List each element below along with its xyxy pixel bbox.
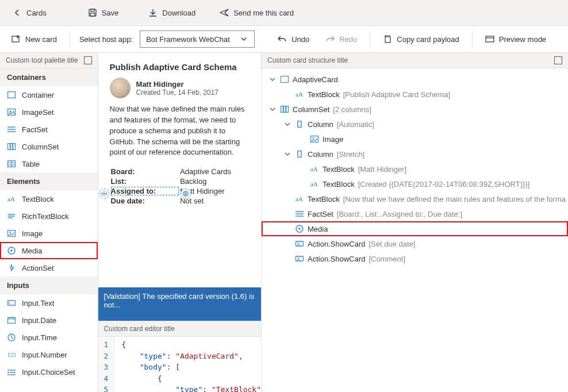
tree-node-textblock[interactable]: aA TextBlock [Now that we have defined t…: [262, 191, 568, 206]
action-icon: A: [295, 254, 304, 263]
separator: [70, 31, 70, 47]
palette-item-actionset[interactable]: ActionSet: [0, 259, 98, 276]
fact-row[interactable]: Board:Adaptive Cards: [111, 167, 248, 176]
new-card-label: New card: [25, 35, 57, 44]
copy-payload-button[interactable]: Copy card payload: [377, 31, 465, 47]
palette-item-table[interactable]: Table: [0, 155, 98, 172]
palette-item-container[interactable]: Container: [0, 86, 98, 103]
tree-node-label: TextBlock: [323, 180, 355, 189]
tree-node-textblock[interactable]: aA TextBlock [Created {{DATE(2017-02-14T…: [262, 176, 568, 191]
media-icon: [7, 246, 16, 255]
tree-node-textblock[interactable]: aA TextBlock [Publish Adaptive Card Sche…: [262, 87, 568, 102]
twisty-icon[interactable]: [283, 150, 291, 158]
factset-icon: [7, 125, 16, 134]
palette-item-columnset[interactable]: ColumnSet: [0, 138, 98, 155]
svg-rect-43: [281, 106, 283, 113]
palette-item-label: Container: [22, 91, 54, 99]
fact-set: Board:Adaptive CardsList:BacklogAssigned…: [110, 166, 250, 206]
main: Custom tool palette title ContainersCont…: [0, 53, 568, 392]
tree-node-label: ColumnSet: [293, 105, 329, 114]
save-button[interactable]: Save: [81, 5, 126, 21]
twisty-icon: [283, 255, 291, 263]
fact-row[interactable]: List:Backlog: [111, 177, 248, 186]
undo-button[interactable]: Undo: [272, 31, 315, 47]
json-editor[interactable]: 12345 { "type": "AdaptiveCard", "body": …: [98, 337, 261, 392]
structure-tree: AdaptiveCardaA TextBlock [Publish Adapti…: [262, 68, 568, 270]
structure-title: Custom card structure title: [267, 56, 348, 64]
validation-bar[interactable]: [Validation] The specified card version …: [98, 287, 261, 321]
svg-text:A: A: [297, 242, 300, 246]
palette-item-input-date[interactable]: Input.Date: [0, 312, 98, 329]
move-handle-icon[interactable]: [99, 189, 109, 199]
palette-item-factset[interactable]: FactSet: [0, 121, 98, 138]
download-icon: [148, 8, 158, 17]
palette-title: Custom tool palette title: [6, 56, 78, 64]
tree-node-textblock[interactable]: aA TextBlock [Matt Hidinger]: [262, 162, 568, 176]
palette-item-label: ColumnSet: [22, 143, 59, 151]
host-app-select[interactable]: Bot Framework WebChat: [140, 30, 255, 48]
new-card-button[interactable]: New card: [6, 31, 63, 47]
fact-key: List:: [111, 177, 179, 186]
palette-item-input-number[interactable]: 123Input.Number: [0, 346, 98, 363]
twisty-icon[interactable]: [268, 75, 277, 83]
svg-text:aA: aA: [295, 91, 303, 98]
twisty-icon: [298, 135, 306, 143]
textblock-icon: aA: [7, 194, 16, 203]
tree-node-sub: [Stretch]: [337, 150, 364, 159]
new-card-icon: [11, 34, 21, 44]
preview-mode-label: Preview mode: [499, 35, 546, 44]
card-body-text: Now that we have defined the main rules …: [110, 104, 250, 158]
twisty-icon[interactable]: [283, 120, 291, 128]
tree-node-column[interactable]: Column [Stretch]: [262, 147, 568, 162]
twisty-icon: [298, 180, 306, 188]
twisty-icon: [283, 240, 291, 248]
palette-item-input-time[interactable]: Input.Time: [0, 329, 98, 346]
inputtext-icon: [7, 298, 16, 308]
palette-item-input-text[interactable]: Input.Text: [0, 294, 98, 312]
tree-node-column[interactable]: Column [Automatic]: [262, 117, 568, 132]
palette-item-imageset[interactable]: ImageSet: [0, 103, 98, 121]
tree-node-image[interactable]: Image: [262, 132, 568, 147]
tree-node-columnset[interactable]: ColumnSet [2 columns]: [262, 102, 568, 117]
card-icon: [280, 75, 289, 84]
tree-node-sub: [Automatic]: [337, 120, 374, 129]
palette-item-input-choiceset[interactable]: Input.ChoiceSet: [0, 363, 98, 381]
fact-row[interactable]: Due date:Not set: [111, 197, 248, 205]
svg-rect-46: [298, 121, 301, 128]
send-label: Send me this card: [233, 9, 294, 17]
undo-icon: [278, 34, 287, 44]
tree-node-action-showcard[interactable]: A Action.ShowCard [Comment]: [262, 251, 568, 266]
palette-item-label: Input.Text: [22, 299, 54, 308]
column-icon: [295, 120, 304, 129]
tree-node-adaptivecard[interactable]: AdaptiveCard: [262, 72, 568, 87]
inputtime-icon: [7, 333, 16, 342]
download-button[interactable]: Download: [141, 5, 202, 21]
send-button[interactable]: Send me this card: [213, 5, 301, 21]
twisty-icon: [283, 195, 291, 203]
top-bar: Cards Save Download Send me this card: [0, 0, 568, 25]
select-host-label: Select host app:: [77, 35, 135, 44]
tree-node-media[interactable]: Media: [262, 221, 568, 236]
twisty-icon[interactable]: [268, 105, 277, 113]
svg-rect-5: [486, 36, 494, 42]
preview-mode-button[interactable]: Preview mode: [479, 31, 552, 47]
back-button[interactable]: Cards: [6, 5, 53, 21]
redo-button[interactable]: Redo: [320, 31, 363, 47]
redo-label: Redo: [339, 35, 357, 44]
fact-row[interactable]: Assigned to:Matt Hidinger: [111, 187, 248, 195]
tree-node-action-showcard[interactable]: A Action.ShowCard [Set due date]: [262, 236, 568, 251]
fact-value: Adaptive Cards: [180, 167, 248, 176]
collapse-icon[interactable]: [554, 56, 562, 64]
palette-item-textblock[interactable]: aATextBlock: [0, 190, 98, 207]
tree-node-sub: [Now that we have defined the main rules…: [343, 195, 566, 203]
tree-node-factset[interactable]: FactSet [Board:, List:, Assigned to:, Du…: [262, 206, 568, 221]
tree-node-label: TextBlock: [323, 165, 355, 174]
palette-item-label: Input.Time: [22, 333, 57, 342]
palette-item-image[interactable]: Image: [0, 225, 98, 242]
palette-item-richtextblock[interactable]: RichTextBlock: [0, 207, 98, 225]
svg-point-38: [7, 370, 9, 371]
structure-title-bar: Custom card structure title: [262, 53, 568, 68]
collapse-icon[interactable]: [84, 56, 92, 64]
palette-item-media[interactable]: Media: [0, 242, 98, 259]
fact-key: Assigned to:: [111, 187, 179, 195]
